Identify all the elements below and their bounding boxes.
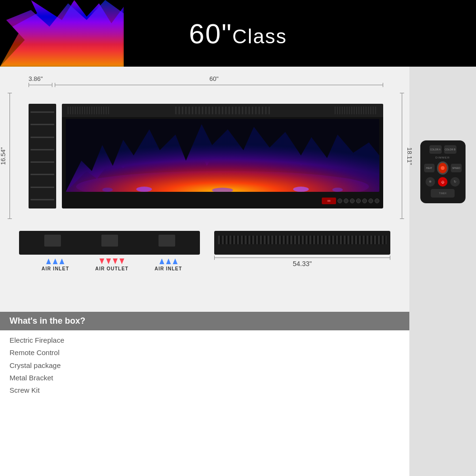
ctrl-btn-5[interactable] <box>362 198 367 203</box>
svg-point-4 <box>293 187 309 192</box>
remote-icon-row: ❄ ⏻ ↻ <box>426 177 460 187</box>
box-list: Electric Fireplace Remote Control Crysta… <box>0 330 409 402</box>
airflow-inlet-left: AIR INLET <box>41 258 69 271</box>
arrow-up-2 <box>53 258 58 264</box>
side-line-1 <box>30 111 54 113</box>
header-size: 60" <box>189 18 232 49</box>
flame-decoration-left2 <box>0 0 124 67</box>
header-banner: 60"Class <box>0 0 476 67</box>
box-item-1: Electric Fireplace <box>10 334 400 347</box>
back-width-label: 54.33" <box>293 260 312 268</box>
side-line-3 <box>30 137 54 138</box>
fireplace-top-bar <box>62 104 383 117</box>
inlet-left-label: AIR INLET <box>41 266 69 271</box>
back-slot-row <box>218 236 387 244</box>
top-dim-line-small <box>29 85 52 85</box>
header-title: 60"Class <box>189 18 287 50</box>
fireplace-front-view: 88 <box>62 104 383 208</box>
flame-window <box>66 119 379 192</box>
arrow-up-3 <box>60 258 64 264</box>
top-view-slots <box>24 235 195 247</box>
box-item-5: Screw Kit <box>10 384 400 397</box>
svg-point-5 <box>102 188 113 192</box>
fireplace-row: 16.54" <box>29 93 383 219</box>
dim-label-height-right: 18.11" <box>406 147 413 165</box>
ctrl-btn-7[interactable] <box>375 198 379 203</box>
remote-icon-snowflake[interactable]: ❄ <box>426 177 435 187</box>
dim-height-right-line <box>402 93 402 219</box>
arrow-up-5 <box>166 258 171 264</box>
dim-height-left-line <box>10 93 10 219</box>
airflow-arrows-row: AIR INLET AIR OUTLET <box>19 255 205 271</box>
remote-top-row: COLOR A COLOR B <box>424 145 462 154</box>
back-width-line <box>214 258 390 258</box>
inlet-right-label: AIR INLET <box>155 266 182 271</box>
box-item-2: Remote Control <box>10 347 400 359</box>
arrow-dn-3 <box>113 258 118 264</box>
left-content: 3.86" 60" <box>0 67 409 476</box>
arrow-up-1 <box>46 258 51 264</box>
remote-control: COLOR A COLOR B DIMMER HEAT <box>420 140 466 203</box>
side-line-4 <box>30 149 54 150</box>
remote-middle-row: HEAT SPEED <box>424 161 462 175</box>
ctrl-display: 88 <box>322 198 336 204</box>
remote-center-dot <box>441 166 445 170</box>
dim-label-depth: 3.86" <box>29 75 43 82</box>
slot-2 <box>101 235 118 247</box>
box-item-3: Crystal package <box>10 359 400 372</box>
right-panel: COLOR A COLOR B DIMMER HEAT <box>409 67 476 476</box>
remote-btn-color-b[interactable]: COLOR B <box>444 145 456 154</box>
airflow-outlet-center: AIR OUTLET <box>95 258 129 271</box>
svg-point-2 <box>136 187 152 192</box>
slot-1 <box>44 235 61 247</box>
side-line-7 <box>30 187 54 188</box>
side-line-5 <box>30 161 54 163</box>
page-wrapper: 60"Class 3.86" 60" <box>0 0 476 476</box>
airflow-right: 54.33" <box>214 231 390 268</box>
remote-btn-speed[interactable]: SPEED <box>451 164 461 172</box>
arrow-dn-2 <box>106 258 111 264</box>
ctrl-btn-6[interactable] <box>368 198 373 203</box>
ctrl-btn-1[interactable] <box>337 198 342 203</box>
arrow-dn-4 <box>119 258 124 264</box>
ctrl-btn-2[interactable] <box>344 198 348 203</box>
ctrl-btn-3[interactable] <box>350 198 355 203</box>
airflow-left: AIR INLET AIR OUTLET <box>19 231 205 271</box>
box-section: What's in the box? Electric Fireplace Re… <box>0 312 409 402</box>
remote-btn-heat[interactable]: HEAT <box>424 164 435 172</box>
fireplace-controls: 88 <box>66 196 379 206</box>
airflow-section: AIR INLET AIR OUTLET <box>0 228 409 312</box>
arrow-dn-1 <box>99 258 104 264</box>
svg-point-6 <box>332 188 343 192</box>
airflow-inlet-right: AIR INLET <box>155 258 182 271</box>
side-line-8 <box>30 199 54 200</box>
arrow-up-6 <box>173 258 178 264</box>
inlet-right-arrows <box>159 258 178 264</box>
header-class: Class <box>232 25 287 48</box>
side-profile-unit <box>29 104 56 208</box>
bottom-unit-back-view <box>214 231 390 255</box>
remote-center-btn[interactable] <box>437 161 449 175</box>
ctrl-btn-4[interactable] <box>356 198 361 203</box>
dim-height-right-container: 18.11" <box>402 93 402 219</box>
back-width-dim-row <box>214 258 390 258</box>
arrow-up-4 <box>159 258 164 264</box>
dim-label-width: 60" <box>209 75 218 82</box>
top-dim-line-wide <box>55 85 383 85</box>
grill-center <box>175 107 270 114</box>
dim-label-height-left: 16.54" <box>0 147 7 165</box>
bottom-unit-top-view <box>19 231 200 255</box>
slot-3 <box>159 235 175 247</box>
ctrl-display-text: 88 <box>327 199 331 202</box>
dim-height-left-container: 16.54" <box>10 93 10 219</box>
box-item-4: Metal Bracket <box>10 372 400 384</box>
outlet-arrows <box>99 258 124 264</box>
dimensions-area: 3.86" 60" <box>0 67 409 228</box>
remote-dimmer-label: DIMMER <box>436 156 450 159</box>
box-header-text: What's in the box? <box>10 316 85 326</box>
inlet-left-arrows <box>46 258 64 264</box>
remote-btn-timer[interactable]: TIMER <box>431 189 455 198</box>
remote-icon-power[interactable]: ⏻ <box>438 177 447 187</box>
remote-icon-cycle[interactable]: ↻ <box>450 177 460 187</box>
remote-btn-color-a[interactable]: COLOR A <box>429 145 442 154</box>
